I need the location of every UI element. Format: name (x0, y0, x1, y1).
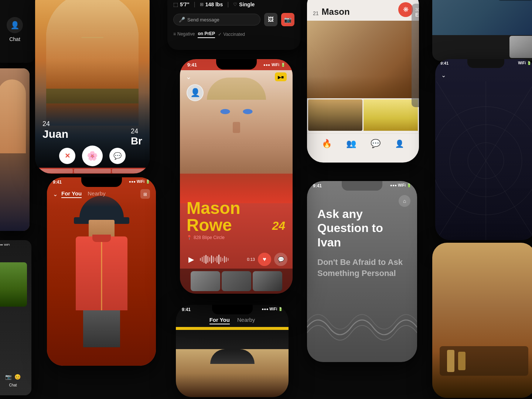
svg-line-0 (436, 81, 486, 161)
stats-row: ⬚ 5'7" | ⊞ 148 lbs | ♡ Single (167, 0, 300, 11)
mason-age: 24 (272, 219, 285, 233)
chat-avatar: 👤 (7, 17, 23, 33)
mason-grid-header: 21 Mason ❋ (307, 0, 419, 21)
waveform (200, 254, 244, 265)
ask-home-btn[interactable]: ⌂ (399, 195, 410, 207)
mason-screen: 9:41 ●●● WiFi 🔋 ⌄ ▶■ (180, 59, 293, 294)
nav-profile-icon[interactable]: 👤 (395, 139, 404, 148)
mason-grid-phone: 21 Mason ❋ 🔥 (307, 0, 419, 163)
hat-jacket (76, 236, 127, 310)
bl-thumbnail (0, 262, 27, 307)
mason-video-badge[interactable]: ▶■ (275, 72, 287, 81)
health-tags-row: ≡ Negative on PrEP ✓ Vaccinated (167, 28, 300, 40)
photo-icon[interactable]: 🖼 (264, 13, 277, 26)
message-button[interactable]: 💬 (109, 148, 126, 164)
mason-bottom-thumbs (180, 269, 293, 294)
mason-bg: 👤 Mason Rowe 📍 828 Blipe Circle 24 ▶ (180, 59, 293, 294)
fr-bottom-photo (432, 243, 532, 398)
left-partial-photo (0, 68, 30, 231)
tag-negative: ≡ Negative (173, 31, 195, 37)
juan-partial-name: 24 Br (131, 127, 142, 147)
mason-eyes (220, 109, 252, 114)
hat-figure (65, 196, 139, 344)
chat-phone-screen: 👤 Chat (0, 0, 35, 63)
mason-audio-bar: ▶ (185, 253, 287, 266)
hat-status-bar: 9:41 ●●●WiFi🔋 (53, 180, 150, 185)
audio-heart-btn[interactable]: ♥ (258, 253, 271, 266)
mason-navbar: ⌄ ▶■ (180, 72, 293, 81)
audio-chat-btn[interactable]: 💬 (274, 253, 287, 266)
tag-prep[interactable]: on PrEP (198, 30, 215, 38)
camera-icon[interactable]: 📷 (281, 13, 294, 26)
ed-name: Ed (415, 12, 419, 18)
mason-first-name: Mason (187, 200, 241, 216)
hat-navbar: ⌄ For You Nearby ⊞ (53, 189, 150, 199)
fr-mid-chevron[interactable]: ⌄ (441, 72, 446, 79)
far-right-mid-phone: 9:41 WiFi 🔋 ⌄ (435, 59, 532, 240)
good-time-badge: Good time to (498, 0, 532, 1)
mason-location-row: 📍 828 Blipe Circle (187, 235, 241, 240)
mason-last-name: Rowe (187, 216, 241, 233)
like-button[interactable]: 🌸 (82, 146, 103, 166)
mason-chevron[interactable]: ⌄ (186, 73, 191, 81)
bottom-for-you-phone: 9:41 ●●● WiFi 🔋 For You Nearby (176, 305, 289, 397)
juan-profile-info: 24 Juan (42, 120, 68, 140)
ask-phone: 9:41 ●●●WiFi🔋 ⌂ Ask any Question to Ivan… (307, 181, 417, 362)
bfy-tab-for-you[interactable]: For You (209, 317, 230, 324)
ask-wave-container (307, 305, 417, 351)
bottom-left-content: ●●●WiFi 📷 😊 Chat (0, 240, 31, 395)
ask-status-icons: ●●●WiFi🔋 (390, 183, 411, 188)
play-button[interactable]: ▶ (185, 253, 197, 265)
juan-phone: 2 miles ▶ 24 Juan 24 Br ✕ 🌸 💬 (35, 0, 150, 174)
fr-bottom-screen (432, 243, 532, 398)
nav-fire-icon[interactable]: 🔥 (322, 139, 332, 149)
fr-top-screen: Good time to (432, 0, 532, 61)
mason-status-icons: ●●● WiFi 🔋 (263, 63, 285, 67)
svg-line-2 (436, 161, 486, 240)
fr-mid-bg-pattern (435, 81, 532, 240)
bfy-photo (176, 327, 289, 397)
juan-name: Juan (42, 128, 68, 140)
nav-chat-icon[interactable]: 💬 (371, 139, 381, 149)
mason-grid-name: Mason (322, 7, 395, 17)
svg-line-3 (486, 161, 532, 240)
juan-actions: ✕ 🌸 💬 (35, 146, 150, 166)
fr-top-photo (432, 0, 532, 35)
hat-bg (47, 177, 156, 366)
spider-web-svg (435, 81, 532, 240)
bl-chat-section: 📷 😊 Chat (0, 374, 31, 388)
stat-status: ♡ Single (233, 1, 255, 7)
hat-tabs: For You Nearby (61, 190, 106, 198)
hat-tab-nearby[interactable]: Nearby (88, 190, 105, 198)
mason-avatar[interactable]: 👤 (187, 84, 204, 101)
stats-screen: ⬚ 5'7" | ⊞ 148 lbs | ♡ Single 🎤 Send mes… (167, 0, 300, 50)
hat-storage-icon[interactable]: ⊞ (140, 189, 150, 199)
hat-phone: 9:41 ●●●WiFi🔋 ⌄ For You Nearby ⊞ (47, 177, 156, 366)
mason-thumb-2 (364, 99, 418, 131)
mason-partial-right: 30 Ed (412, 4, 419, 107)
fr-mid-status: 9:41 WiFi 🔋 (440, 61, 531, 65)
mason-grid-age: 21 (313, 10, 319, 16)
tag-vaccinated: ✓ Vaccinated (218, 31, 245, 37)
chat-left-phone: 👤 Chat (0, 0, 35, 63)
message-row: 🎤 Send message 🖼 📷 (167, 11, 300, 28)
fr-mid-icons: WiFi 🔋 (518, 61, 531, 65)
fr-mid-screen: 9:41 WiFi 🔋 ⌄ (435, 59, 532, 240)
hat-chevron[interactable]: ⌄ (53, 191, 58, 198)
ask-wave-svg (307, 305, 417, 349)
nav-people-icon[interactable]: 👥 (346, 139, 356, 149)
mason-fav-badge[interactable]: ❋ (398, 2, 413, 17)
juan-strip (35, 168, 150, 174)
fr-top-thumb (509, 36, 532, 58)
mic-icon: 🎤 (179, 17, 185, 23)
hat-status-icons: ●●●WiFi🔋 (129, 180, 150, 185)
send-message-btn[interactable]: 🎤 Send message (173, 14, 260, 25)
bfy-tab-nearby[interactable]: Nearby (237, 317, 255, 324)
location-pin-icon: 📍 (187, 235, 192, 240)
dislike-button[interactable]: ✕ (59, 148, 75, 164)
stat-height: ⬚ 5'7" (173, 1, 190, 7)
hat-tab-for-you[interactable]: For You (61, 190, 82, 198)
ask-title: Ask any Question to Ivan (317, 207, 407, 249)
bfy-tabs: For You Nearby (176, 317, 289, 324)
mason-thumb-1 (308, 99, 362, 131)
